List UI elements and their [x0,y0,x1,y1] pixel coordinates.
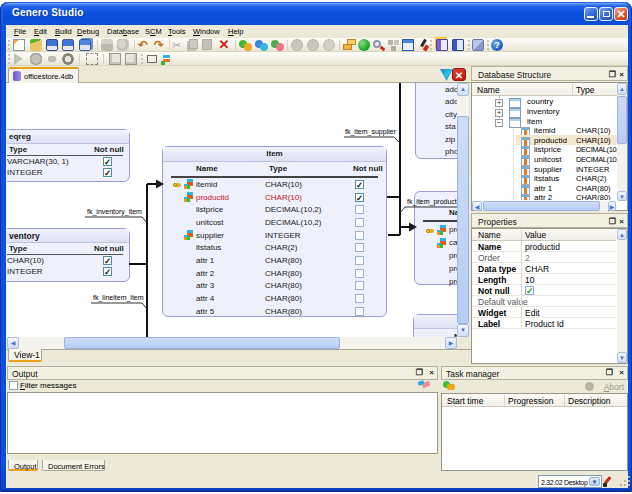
svg-text:fk_inventory_item: fk_inventory_item [87,208,142,216]
svg-text:fk_item_supplier: fk_item_supplier [345,128,397,136]
svg-text:fk_lineitem_item: fk_lineitem_item [93,294,144,302]
svg-text:fk_item_product: fk_item_product [407,198,457,206]
